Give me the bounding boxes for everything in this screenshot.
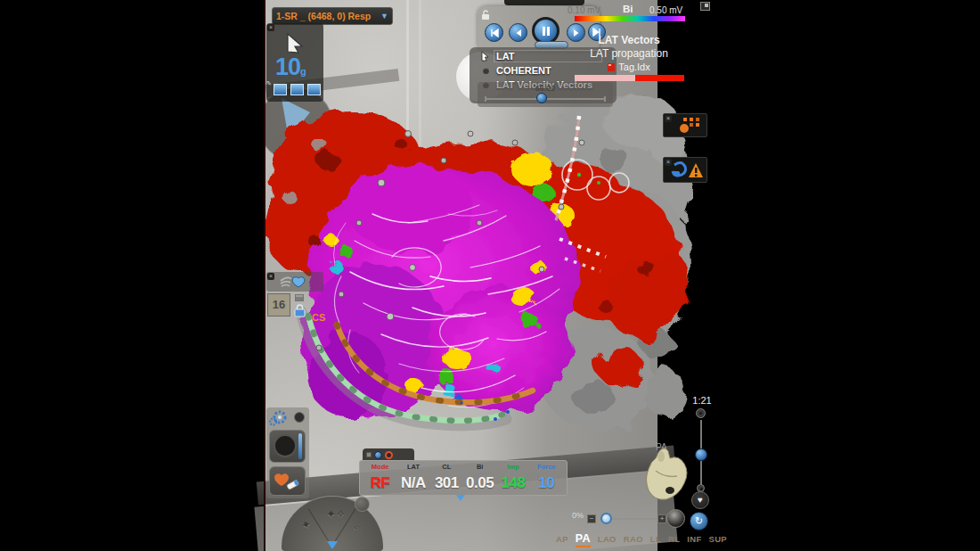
step-back-button[interactable] [509,23,527,42]
panel-square-icon [366,452,372,457]
colorbar-max-label: 0.50 mV [649,5,682,15]
view-buttons [274,84,321,95]
collapse-button[interactable]: × [665,115,672,122]
lock-icon[interactable] [481,10,490,21]
colorbar-title: Bi [623,4,633,14]
tag-index-row: Tag.Idx [568,61,690,74]
refresh-view-button[interactable]: ↻ [690,512,708,530]
tag-icon [608,63,615,71]
catheter-status-panel[interactable]: × [663,113,707,137]
map-selector-label: 1-SR _ (6468, 0) Resp [276,11,380,21]
colorbar-min-label: 0.10 mV [568,5,600,15]
lens-icon [274,434,297,457]
trackball-button[interactable] [666,509,685,528]
zoom-out-button[interactable]: − [587,514,596,523]
zoom-percent-label: 0% [572,511,584,520]
view-button-2[interactable] [290,84,304,95]
ablation-record-button[interactable] [385,451,393,459]
alert-panel[interactable]: × [663,157,707,183]
orientation-lao[interactable]: LAO [598,534,617,544]
heart-eraser-icon [273,470,303,493]
orientation-inf[interactable]: INF [687,534,701,544]
connection-warning-icons [671,160,705,181]
curve-tool-icon[interactable]: ☄ [353,518,367,534]
edit-icon[interactable]: ✎ [266,80,272,87]
expand-window-icon[interactable] [700,2,710,11]
ablation-data-table: ModeRF LATN/A CL301 Bi0.05 Imp148 Force1… [359,460,568,496]
slider-value: 66.00 [478,84,613,93]
ablation-panel-tab[interactable] [363,448,414,461]
pointer-tool-icon[interactable] [282,29,309,55]
app-window: CS 1-SR _ (6468, 0) Resp ▼ × 10g ✎ [0,0,980,551]
menu-item-coherent[interactable]: COHERENT [470,64,551,77]
skip-start-button[interactable] [485,23,503,42]
erase-map-button[interactable] [269,466,306,496]
heart-icon: ♥ [698,496,703,505]
contact-force-readout: 10g [275,53,306,81]
cursor-icon [480,51,489,62]
table-caret[interactable] [456,495,465,501]
left-tool-panel: × 10g ✎ [266,23,323,102]
radio-icon [483,68,489,74]
blue-level-bar [298,433,302,459]
lat-vectors-label: LAT Vectors [568,34,690,47]
reference-heart-model[interactable] [643,444,690,515]
ablation-play-button[interactable] [374,451,382,459]
view-button-3[interactable] [307,84,321,95]
orientation-ap[interactable]: AP [556,534,568,544]
heart-view-button[interactable]: ♥ [691,491,709,509]
orientation-bar: AP PA LAO RAO LL RL INF SUP [556,532,727,545]
small-round-button[interactable] [294,412,305,423]
chevron-down-icon: ▼ [380,12,388,21]
zoom-slider-thumb[interactable] [600,513,612,524]
projection-button[interactable] [269,430,306,463]
map-selector-dropdown[interactable]: 1-SR _ (6468, 0) Resp ▼ [272,7,393,25]
menu-item-lat[interactable]: LAT [470,50,515,62]
zoom-in-button[interactable]: + [657,514,666,523]
electrode-grid-icon [676,116,705,136]
map-legend: LAT Vectors LAT propagation Tag.Idx [568,34,690,74]
bipolar-colorbar[interactable] [575,16,685,21]
table-col-imp: Imp148 [496,463,529,492]
table-col-force: Force10 [530,463,563,492]
orientation-ll[interactable]: LL [650,534,661,544]
collapse-button[interactable]: × [267,24,274,31]
vertical-slider-thumb[interactable] [695,448,707,461]
lat-propagation-label: LAT propagation [568,47,690,61]
orientation-pa[interactable]: PA [576,532,591,545]
hand-tool-icon[interactable]: ✦ [299,517,313,533]
grid-icon[interactable] [295,294,304,301]
orientation-sup[interactable]: SUP [709,534,727,544]
table-col-cl: CL301 [430,463,463,492]
radial-menu-caret[interactable] [327,541,338,549]
tag-bar-elapsed [575,75,635,81]
collapse-button[interactable]: × [267,273,274,280]
orientation-rl[interactable]: RL [668,534,680,544]
radial-menu-knob[interactable] [355,497,370,512]
view-button-1[interactable] [274,84,287,95]
table-col-lat: LATN/A [396,463,429,492]
slider-thumb[interactable] [536,93,547,103]
point-counter: 16 [267,293,290,317]
cycle-time-label: 1:21 [682,395,722,406]
map-tools-panel [266,407,309,498]
heart-tool-panel[interactable]: × [266,272,323,292]
lock-icon[interactable] [294,304,306,317]
tag-index-bar[interactable] [575,75,684,81]
orientation-rao[interactable]: RAO [624,534,643,544]
tag-bar-remaining [635,75,684,81]
settings-gears-icon[interactable] [269,409,294,427]
cs-catheter-label: CS [312,312,325,323]
sparkle-tool-icon[interactable]: ✦✧ [326,507,346,521]
vertical-slider-top-button[interactable] [696,408,706,418]
winged-heart-icon [279,274,309,290]
map-threshold-slider-panel: 66.00 [478,82,613,107]
table-col-mode: ModeRF [363,463,396,492]
table-col-bi: Bi0.05 [463,463,496,492]
tag-index-label: Tag.Idx [618,61,649,74]
